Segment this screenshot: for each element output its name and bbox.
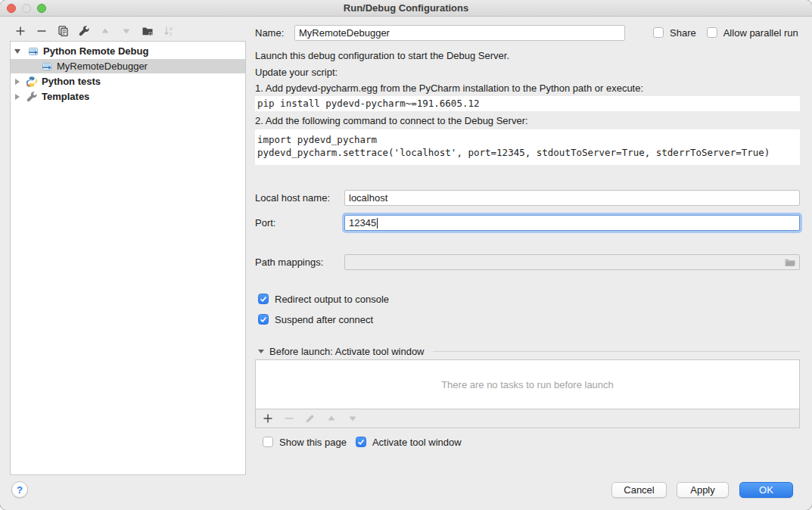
configurations-toolbar: az — [10, 23, 175, 39]
tree-item-myremotedebugger[interactable]: MyRemoteDebugger — [11, 59, 245, 73]
collapse-section-icon[interactable] — [258, 350, 264, 353]
edit-task-icon — [304, 412, 316, 424]
browse-folder-icon[interactable] — [782, 256, 798, 268]
redirect-console-row: Redirect output to console — [255, 293, 800, 305]
port-label: Port: — [255, 217, 344, 229]
empty-tasks-message: There are no tasks to run before launch — [441, 379, 614, 390]
tree-item-label: MyRemoteDebugger — [57, 61, 148, 72]
ok-button[interactable]: OK — [739, 482, 793, 498]
before-launch-toolbar — [255, 409, 800, 428]
suspend-connect-row: Suspend after connect — [255, 313, 800, 325]
settrace-code-block: import pydevd_pycharm pydevd_pycharm.set… — [255, 129, 800, 165]
add-configuration-icon[interactable] — [14, 25, 26, 37]
close-window-button[interactable] — [7, 4, 16, 13]
copy-configuration-icon[interactable] — [57, 25, 69, 37]
pip-install-code: pip install pydevd-pycharm~=191.6605.12 — [255, 96, 800, 111]
local-host-label: Local host name: — [255, 192, 344, 204]
share-checkbox[interactable] — [653, 27, 664, 38]
tree-item-label: Templates — [42, 91, 89, 102]
templates-wrench-icon — [26, 91, 38, 103]
move-task-down-icon — [347, 412, 359, 424]
allow-parallel-checkbox-group: Allow parallel run — [707, 27, 798, 39]
text-caret — [377, 218, 378, 229]
move-down-icon — [120, 25, 132, 37]
move-up-icon — [99, 25, 111, 37]
code-line: pydevd_pycharm.settrace('localhost', por… — [257, 146, 800, 159]
suspend-connect-checkbox[interactable] — [258, 314, 269, 325]
before-launch-task-list[interactable]: There are no tasks to run before launch — [255, 359, 800, 409]
remote-debug-icon — [41, 61, 53, 73]
add-task-icon[interactable] — [262, 412, 274, 424]
name-label: Name: — [255, 27, 294, 39]
suspend-connect-label[interactable]: Suspend after connect — [275, 314, 373, 325]
dialog-footer: ? Cancel Apply OK — [0, 475, 812, 510]
instruction-step-2: 2. Add the following command to connect … — [255, 115, 528, 127]
show-this-page-checkbox[interactable] — [263, 437, 273, 447]
move-task-up-icon — [325, 412, 338, 424]
zoom-window-button[interactable] — [37, 4, 46, 13]
remote-debug-icon — [27, 45, 39, 58]
minimize-window-button — [22, 4, 31, 13]
redirect-console-checkbox[interactable] — [258, 294, 269, 304]
section-divider — [433, 351, 800, 352]
activate-tool-window-checkbox[interactable] — [356, 437, 366, 447]
allow-parallel-run-checkbox[interactable] — [707, 27, 717, 38]
port-row: Port: 12345 — [255, 213, 800, 232]
configuration-editor: Name: Share Allow parallel run Launch th… — [255, 21, 800, 475]
tree-item-python-tests[interactable]: Python tests — [11, 74, 245, 89]
cancel-button[interactable]: Cancel — [611, 482, 667, 498]
instruction-line-2: Update your script: — [255, 67, 338, 79]
local-host-input[interactable] — [344, 190, 800, 206]
share-label[interactable]: Share — [670, 27, 696, 39]
run-debug-configurations-dialog: Run/Debug Configurations az — [0, 0, 812, 510]
edit-templates-icon[interactable] — [78, 25, 90, 37]
sort-alphabetically-icon: az — [163, 25, 175, 37]
disclosure-collapsed-icon[interactable] — [15, 94, 20, 100]
svg-text:a: a — [170, 26, 173, 31]
path-mappings-input[interactable] — [344, 254, 800, 270]
allow-parallel-run-label[interactable]: Allow parallel run — [723, 27, 798, 39]
path-mappings-label: Path mappings: — [255, 257, 344, 268]
tree-item-templates[interactable]: Templates — [11, 89, 245, 104]
name-input[interactable] — [294, 25, 625, 41]
configurations-tree: Python Remote Debug MyRemoteDebugger Pyt… — [10, 41, 246, 475]
tree-item-label: Python Remote Debug — [43, 45, 148, 57]
code-line: import pydevd_pycharm — [257, 133, 800, 146]
show-this-page-label[interactable]: Show this page — [279, 437, 347, 448]
disclosure-expanded-icon[interactable] — [14, 49, 20, 54]
show-this-page-group: Show this page — [263, 437, 347, 448]
help-icon: ? — [17, 484, 23, 496]
before-launch-header[interactable]: Before launch: Activate tool window — [255, 345, 800, 357]
port-input[interactable]: 12345 — [344, 215, 800, 231]
share-checkbox-group: Share — [653, 27, 696, 39]
port-value: 12345 — [349, 217, 376, 229]
python-tests-icon — [26, 76, 38, 88]
title-bar: Run/Debug Configurations — [0, 0, 812, 17]
before-launch-title: Before launch: Activate tool window — [269, 346, 425, 357]
activate-tool-window-label[interactable]: Activate tool window — [372, 437, 462, 448]
disclosure-collapsed-icon[interactable] — [15, 79, 20, 85]
page-options-row: Show this page Activate tool window — [255, 436, 800, 448]
help-button[interactable]: ? — [11, 481, 28, 498]
instruction-step-1: 1. Add pydevd-pycharm.egg from the PyCha… — [255, 82, 643, 95]
svg-text:z: z — [170, 31, 172, 36]
instruction-line-1: Launch this debug configuration to start… — [255, 50, 509, 62]
name-row: Name: Share Allow parallel run — [255, 23, 800, 42]
new-folder-icon[interactable] — [142, 25, 154, 37]
window-title: Run/Debug Configurations — [344, 2, 468, 14]
local-host-row: Local host name: — [255, 189, 800, 207]
redirect-console-label[interactable]: Redirect output to console — [275, 294, 389, 305]
remove-task-icon — [283, 412, 295, 424]
apply-button[interactable]: Apply — [677, 482, 729, 498]
remove-configuration-icon[interactable] — [36, 25, 48, 37]
path-mappings-row: Path mappings: — [255, 253, 800, 271]
tree-item-python-remote-debug[interactable]: Python Remote Debug — [11, 44, 245, 58]
activate-tool-window-group: Activate tool window — [356, 437, 462, 448]
tree-item-label: Python tests — [42, 76, 101, 87]
